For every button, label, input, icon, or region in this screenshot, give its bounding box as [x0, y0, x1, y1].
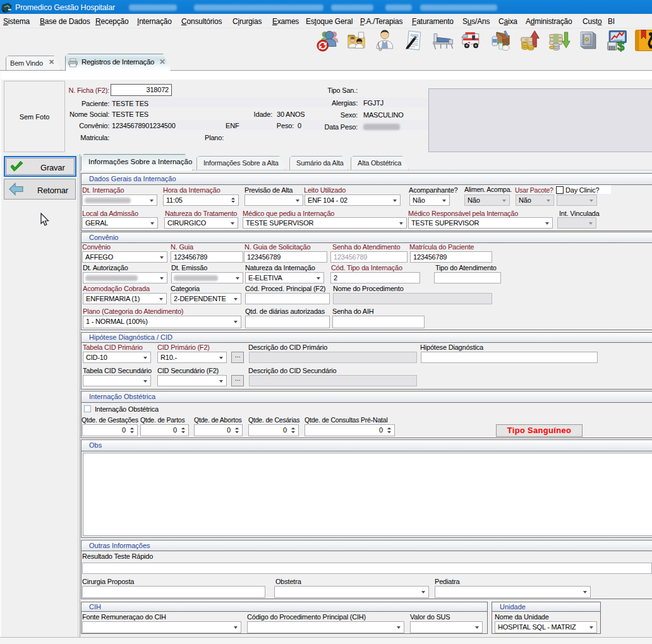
svg-text:$: $ — [617, 39, 624, 53]
